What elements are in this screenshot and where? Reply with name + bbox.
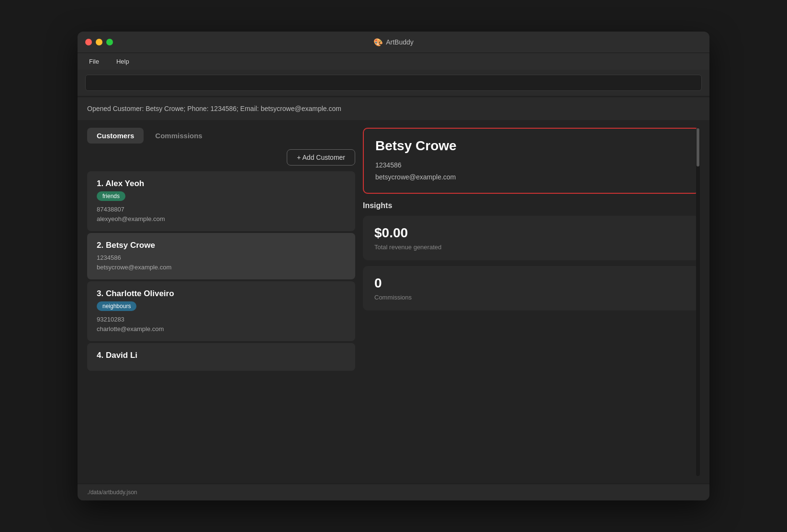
status-message: Opened Customer: Betsy Crowe; Phone: 123… [78,97,709,120]
tabs: Customers Commissions [87,128,355,144]
menubar: File Help [78,53,709,70]
customer-tag: friends [97,191,125,201]
customer-phone: 87438807 [97,205,346,214]
insight-commissions-value: 0 [374,276,688,291]
customer-email: alexyeoh@example.com [97,214,346,224]
tab-commissions[interactable]: Commissions [146,128,212,144]
app-window: 🎨 ArtBuddy File Help Opened Customer: Be… [78,32,709,500]
scrollbar-track [696,128,700,476]
right-panel: Betsy Crowe 1234586 betsycrowe@example.c… [363,128,700,476]
app-title: ArtBuddy [386,38,414,46]
search-input[interactable] [85,75,702,91]
detail-phone: 1234586 [375,159,687,171]
searchbar-container [78,70,709,96]
customer-name: 3. Charlotte Oliveiro [97,289,346,299]
app-icon: 🎨 [373,38,383,47]
statusbar-bottom: ./data/artbuddy.json [78,484,709,500]
left-panel: Customers Commissions + Add Customer 1. … [87,128,355,476]
window-controls [85,39,113,45]
customer-tag: neighbours [97,301,136,311]
menu-help[interactable]: Help [112,56,133,67]
titlebar-title: 🎨 ArtBuddy [373,38,414,47]
customer-phone: 1234586 [97,253,346,263]
customer-card-betsy-crowe[interactable]: 2. Betsy Crowe 1234586 betsycrowe@exampl… [87,233,355,279]
tab-customers[interactable]: Customers [87,128,144,144]
insight-card-revenue: $0.00 Total revenue generated [363,216,700,260]
customer-list: 1. Alex Yeoh friends 87438807 alexyeoh@e… [87,171,355,476]
insight-commissions-desc: Commissions [374,294,688,301]
customer-email: charlotte@example.com [97,324,346,334]
add-customer-button[interactable]: + Add Customer [287,149,355,166]
maximize-button[interactable] [106,39,113,45]
customer-card-charlotte-oliveiro[interactable]: 3. Charlotte Oliveiro neighbours 9321028… [87,281,355,341]
customer-name: 1. Alex Yeoh [97,179,346,188]
menu-file[interactable]: File [85,56,103,67]
detail-card: Betsy Crowe 1234586 betsycrowe@example.c… [363,128,700,194]
customer-name: 2. Betsy Crowe [97,241,346,250]
insight-revenue-value: $0.00 [374,225,688,241]
close-button[interactable] [85,39,92,45]
minimize-button[interactable] [96,39,102,45]
customer-card-alex-yeoh[interactable]: 1. Alex Yeoh friends 87438807 alexyeoh@e… [87,171,355,231]
main-content: Customers Commissions + Add Customer 1. … [78,120,709,484]
insight-revenue-desc: Total revenue generated [374,244,688,251]
detail-name: Betsy Crowe [375,138,687,154]
toolbar: + Add Customer [87,149,355,166]
scrollbar-thumb[interactable] [697,128,699,166]
customer-email: betsycrowe@example.com [97,263,346,272]
customer-card-david-li[interactable]: 4. David Li [87,343,355,371]
titlebar: 🎨 ArtBuddy [78,32,709,53]
customer-phone: 93210283 [97,315,346,324]
customer-name: 4. David Li [97,351,346,360]
insight-card-commissions: 0 Commissions [363,266,700,310]
detail-email: betsycrowe@example.com [375,171,687,183]
insights-label: Insights [363,201,700,210]
